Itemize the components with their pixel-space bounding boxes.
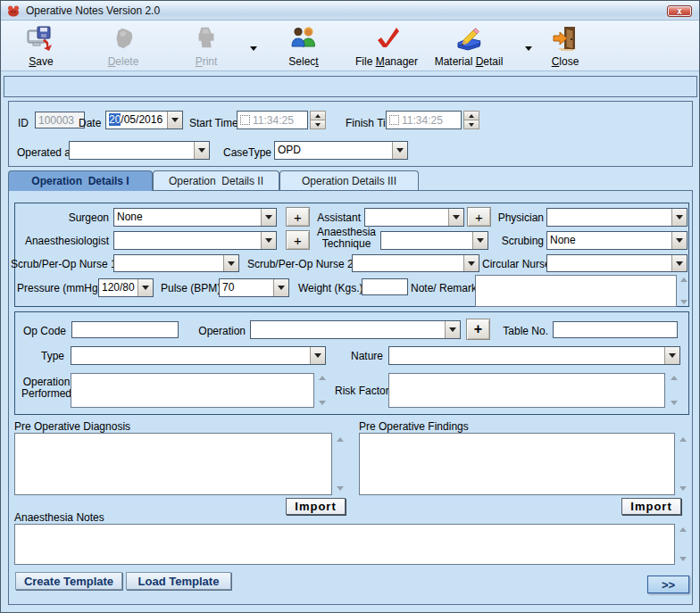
start-time-spinner[interactable] [310, 111, 326, 129]
circular-nurse-dropdown-icon[interactable] [671, 255, 687, 271]
start-time-checkbox[interactable] [240, 115, 250, 125]
surgeon-dropdown-icon[interactable] [261, 209, 276, 226]
scroll-up-icon [680, 278, 688, 282]
case-type-label: CaseType [223, 146, 271, 159]
operation-performed-field[interactable] [71, 373, 314, 408]
surgeon-combo[interactable]: None [113, 208, 277, 227]
date-picker[interactable]: 20/05/2016 [105, 111, 183, 129]
load-template-button[interactable]: Load Template [126, 572, 231, 590]
nature-dropdown-icon[interactable] [664, 347, 679, 364]
material-detail-button[interactable]: Material Detail [428, 24, 510, 68]
risk-factor-label: Risk Factor [335, 385, 383, 397]
assistant-label: Assistant [312, 211, 361, 224]
pulse-dropdown-icon[interactable] [273, 279, 288, 296]
close-button[interactable]: Close [540, 24, 590, 68]
note-remark-scrollbar[interactable] [679, 278, 689, 304]
operated-at-combo[interactable] [69, 141, 210, 160]
finish-time-value: 11:34:25 [402, 114, 443, 127]
physician-label: Physician [482, 211, 544, 224]
circular-nurse-combo[interactable] [546, 254, 688, 272]
add-anaesthesiologist-button[interactable]: + [286, 230, 310, 250]
pre-op-findings-field[interactable] [359, 433, 675, 495]
nature-combo[interactable] [388, 346, 680, 365]
finish-time-checkbox[interactable] [389, 115, 399, 125]
save-label: Save [29, 55, 53, 68]
date-dropdown-icon[interactable] [167, 112, 182, 128]
pressure-dropdown-icon[interactable] [138, 279, 153, 296]
operated-at-dropdown-icon[interactable] [194, 142, 209, 159]
finish-time-spinner[interactable] [463, 111, 479, 129]
anaesthesiologist-combo[interactable] [113, 231, 277, 250]
type-combo[interactable] [71, 346, 326, 365]
pulse-label: Pulse (BPM) [161, 282, 221, 294]
risk-factor-scrollbar[interactable] [669, 376, 679, 405]
add-operation-button[interactable]: + [466, 319, 490, 340]
nurse2-combo[interactable] [352, 254, 479, 272]
delete-icon [110, 24, 137, 53]
nurse1-dropdown-icon[interactable] [223, 255, 238, 271]
date-value: 20/05/2016 [106, 112, 167, 128]
anaesthesiologist-label: Anaesthesiologist [15, 235, 109, 247]
table-no-field[interactable] [553, 321, 678, 338]
scrubing-combo[interactable]: None [546, 231, 688, 250]
file-manager-button[interactable]: File Manager [349, 24, 424, 68]
save-icon [27, 24, 55, 53]
titlebar-close-button[interactable]: x [667, 5, 692, 17]
pulse-combo[interactable]: 70 [219, 278, 289, 297]
case-type-combo[interactable]: OPD [274, 141, 408, 160]
finish-time-picker[interactable]: 11:34:25 [386, 111, 479, 129]
anaesthesia-notes-label: Anaesthesia Notes [14, 511, 104, 524]
assistant-dropdown-icon[interactable] [448, 209, 463, 226]
file-manager-icon [372, 24, 401, 53]
physician-dropdown-icon[interactable] [671, 209, 687, 226]
risk-factor-field[interactable] [388, 373, 665, 408]
window: Operative Notes Version 2.0 x Save [0, 0, 700, 613]
pressure-combo[interactable]: 120/80 [98, 278, 154, 297]
note-remark-field[interactable] [475, 275, 677, 307]
anaesthesia-technique-label: Anaesthesia Technique [313, 227, 379, 250]
operation-dropdown-icon[interactable] [445, 321, 460, 338]
app-icon [6, 4, 21, 18]
anaesthesia-technique-combo[interactable] [380, 231, 488, 250]
operated-at-label: Operated at [17, 146, 73, 159]
header-group: ID 100003 Date 20/05/2016 Start Time 11:… [8, 101, 693, 167]
assistant-combo[interactable] [364, 208, 464, 227]
pre-op-diagnosis-field[interactable] [14, 433, 332, 495]
scrubing-dropdown-icon[interactable] [671, 232, 687, 249]
create-template-button[interactable]: Create Template [15, 572, 122, 590]
start-time-picker[interactable]: 11:34:25 [237, 111, 326, 129]
nurse1-label: Scrub/Per-Op Nurse 1 [11, 258, 112, 270]
anaesthesia-notes-field[interactable] [14, 524, 675, 565]
type-dropdown-icon[interactable] [310, 347, 325, 364]
save-button[interactable]: Save [15, 24, 67, 68]
physician-combo[interactable] [546, 208, 688, 227]
nurse1-combo[interactable] [113, 254, 239, 272]
titlebar-close-icon: x [677, 7, 682, 16]
info-band [4, 76, 697, 97]
import-diagnosis-button[interactable]: Import [286, 498, 346, 515]
operation-performed-scrollbar[interactable] [317, 376, 328, 405]
print-dropdown-arrow-icon[interactable] [247, 42, 260, 54]
select-button[interactable]: Select [278, 24, 329, 68]
operation-combo[interactable] [250, 320, 461, 339]
pre-op-findings-scrollbar[interactable] [678, 437, 688, 491]
anaesthesia-technique-dropdown-icon[interactable] [472, 232, 488, 249]
case-type-dropdown-icon[interactable] [392, 142, 407, 159]
anaesthesiologist-dropdown-icon[interactable] [261, 232, 276, 249]
tab-operation-details-2[interactable]: Operation Details II [153, 170, 279, 191]
anaesthesia-notes-scrollbar[interactable] [678, 527, 688, 561]
tab-operation-details-3[interactable]: Operation Details III [279, 170, 419, 191]
weight-field[interactable] [362, 278, 408, 295]
print-button: Print [178, 24, 235, 68]
op-code-field[interactable] [71, 321, 179, 338]
next-page-button[interactable]: >> [647, 576, 689, 593]
toolbar: Save Delete Print [1, 21, 699, 71]
pre-op-diagnosis-scrollbar[interactable] [335, 437, 346, 491]
add-surgeon-button[interactable]: + [286, 207, 310, 227]
tab-operation-details-1[interactable]: Operation Details I [8, 170, 153, 191]
operation-performed-label: Operation Performed [18, 377, 75, 400]
import-findings-button[interactable]: Import [621, 498, 681, 515]
material-detail-dropdown-arrow-icon[interactable] [522, 42, 535, 54]
nurse2-dropdown-icon[interactable] [463, 255, 479, 271]
scroll-down-icon [679, 557, 687, 561]
